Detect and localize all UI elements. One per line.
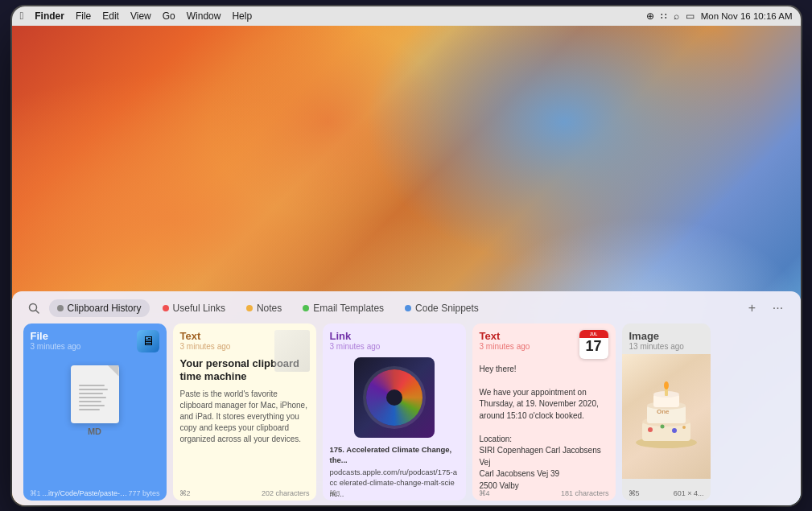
tab-code-snippets[interactable]: Code Snippets — [397, 299, 487, 317]
card-file-time: 3 minutes ago — [31, 342, 81, 351]
calendar-icon: JUL 17 — [579, 330, 608, 359]
svg-point-10 — [660, 425, 664, 429]
card-text2-shortcut: ⌘4 — [479, 489, 490, 497]
card-image-header: Image 13 minutes ago — [622, 323, 711, 354]
svg-text:One: One — [657, 408, 670, 415]
appointment-body: Hey there!We have your appointment on Th… — [472, 362, 616, 496]
menu-help[interactable]: Help — [232, 10, 252, 22]
card-text1-content: Paste is the world's favorite clipboard … — [180, 389, 309, 445]
card-link-shortcut: ⌘3 — [329, 489, 340, 497]
svg-point-11 — [672, 428, 677, 433]
card-text1-footer: ⌘2 202 characters — [173, 486, 316, 501]
bottom-panel: Clipboard History Useful Links Notes Ema… — [12, 291, 801, 505]
wifi-icon[interactable]: ∷ — [661, 10, 667, 22]
svg-line-1 — [35, 310, 39, 313]
card-file-shortcut: ⌘1 — [30, 489, 41, 497]
card-file-path: ...itry/Code/Paste/paste-core/README.md — [43, 489, 129, 497]
tab-notes[interactable]: Notes — [238, 299, 290, 317]
panel-bottom-strip — [12, 501, 801, 505]
file-doc-icon — [71, 365, 119, 423]
tab-notes-label: Notes — [257, 303, 282, 314]
menubar:  Finder File Edit View Go Window Help ⊕… — [12, 6, 801, 26]
card-link-footer: ⌘3 — [323, 486, 466, 501]
user-icon[interactable]: ▭ — [686, 10, 695, 22]
finder-icon: 🖥 — [137, 330, 159, 352]
mac-frame:  Finder File Edit View Go Window Help ⊕… — [12, 6, 801, 505]
menu-edit[interactable]: Edit — [102, 10, 119, 22]
email-templates-dot — [303, 305, 309, 311]
menu-window[interactable]: Window — [187, 10, 221, 22]
tab-bar: Clipboard History Useful Links Notes Ema… — [12, 291, 801, 323]
appointment-content: Hey there!We have your appointment on Th… — [480, 364, 608, 492]
search-magnify-icon[interactable]: ⌕ — [674, 11, 679, 21]
card-text1-shortcut: ⌘2 — [179, 489, 191, 497]
card-text1-type: Text — [180, 330, 231, 342]
card-image[interactable]: Image 13 minutes ago — [622, 323, 711, 501]
card-text2-footer: ⌘4 181 characters — [472, 486, 616, 501]
useful-links-dot — [163, 305, 169, 311]
tab-clipboard-history-label: Clipboard History — [68, 303, 142, 314]
notes-dot — [246, 305, 253, 311]
menu-view[interactable]: View — [130, 10, 151, 22]
paste-icon[interactable]: ⊕ — [646, 10, 654, 22]
card-image-footer: ⌘5 601 × 4... — [622, 486, 711, 501]
card-image-dimensions: 601 × 4... — [674, 489, 704, 497]
code-snippets-dot — [405, 305, 411, 311]
card-link[interactable]: Link 3 minutes ago 175. Accelerated Clim… — [323, 323, 466, 501]
menubar-left:  Finder File Edit View Go Window Help — [20, 10, 253, 22]
menu-file[interactable]: File — [76, 10, 91, 22]
menu-go[interactable]: Go — [163, 10, 175, 22]
tab-useful-links-label: Useful Links — [173, 303, 225, 314]
tab-code-snippets-label: Code Snippets — [415, 303, 479, 314]
more-options-button[interactable]: ··· — [767, 299, 789, 317]
cards-row: File 3 minutes ago 🖥 — [12, 323, 801, 501]
svg-point-14 — [664, 381, 669, 389]
tab-useful-links[interactable]: Useful Links — [155, 299, 233, 317]
apple-logo-icon[interactable]:  — [20, 10, 24, 22]
menubar-right: ⊕ ∷ ⌕ ▭ Mon Nov 16 10:16 AM — [646, 10, 793, 22]
clipboard-history-dot — [57, 305, 64, 311]
card-text2[interactable]: Text 3 minutes ago JUL 17 Hey there!We h… — [472, 323, 616, 501]
cake-image-area: One — [622, 354, 711, 479]
podcast-thumbnail — [354, 357, 435, 438]
search-button[interactable] — [23, 298, 44, 319]
card-text2-type: Text — [480, 330, 530, 342]
desktop: Clipboard History Useful Links Notes Ema… — [12, 26, 801, 505]
card-text2-header: Text 3 minutes ago JUL 17 — [472, 323, 616, 362]
card-file[interactable]: File 3 minutes ago 🖥 — [23, 323, 167, 501]
svg-point-12 — [682, 426, 686, 429]
file-ext-badge: MD — [88, 427, 101, 436]
cake-svg: One — [634, 380, 699, 452]
card-file-header: File 3 minutes ago 🖥 — [23, 323, 167, 356]
app-name[interactable]: Finder — [35, 10, 64, 22]
card-link-header: Link 3 minutes ago — [323, 323, 466, 354]
datetime-display: Mon Nov 16 10:16 AM — [701, 11, 793, 21]
file-icon-area: MD — [23, 356, 167, 439]
card-link-time: 3 minutes ago — [330, 342, 381, 351]
tab-clipboard-history[interactable]: Clipboard History — [49, 299, 150, 317]
tab-email-templates[interactable]: Email Templates — [295, 299, 392, 317]
card-image-time: 13 minutes ago — [629, 342, 684, 351]
svg-point-9 — [648, 427, 653, 432]
card-text2-chars: 181 characters — [561, 489, 609, 497]
text-preview — [274, 330, 310, 372]
add-tab-button[interactable]: + — [743, 299, 762, 318]
card-file-footer: ⌘1 ...itry/Code/Paste/paste-core/README.… — [23, 486, 167, 501]
podcast-title: 175. Accelerated Climate Change, the... — [330, 444, 459, 466]
card-text1-time: 3 minutes ago — [180, 342, 231, 351]
card-image-shortcut: ⌘5 — [629, 489, 640, 497]
card-link-type: Link — [330, 330, 381, 342]
card-image-type: Image — [629, 330, 684, 342]
card-text1[interactable]: Text 3 minutes ago Your personal clipboa… — [173, 323, 316, 501]
card-file-size: 777 bytes — [128, 489, 159, 497]
cal-day: 17 — [579, 338, 608, 356]
podcast-thumb-container — [323, 357, 466, 438]
card-file-type: File — [31, 330, 81, 342]
cal-month: JUL — [590, 332, 597, 336]
card-text2-time: 3 minutes ago — [480, 342, 530, 351]
card-text1-chars: 202 characters — [262, 489, 310, 497]
tab-email-templates-label: Email Templates — [313, 303, 384, 314]
